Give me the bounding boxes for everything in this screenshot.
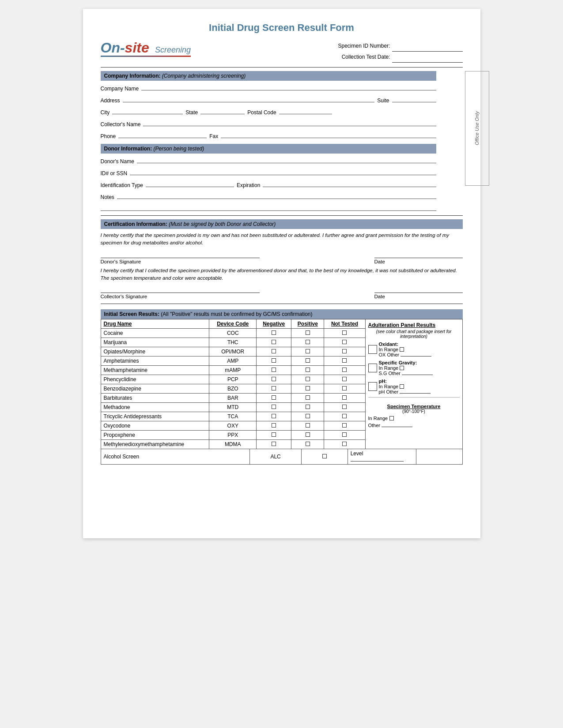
collection-date-field[interactable] [392,52,463,63]
sg-inrange-label: In Range [379,365,399,371]
neg-cb[interactable] [272,340,276,344]
notes-row: Notes [101,192,436,200]
collector-sig-row: Collector's Signature Date [101,293,463,299]
pos-cb[interactable] [306,414,310,418]
pos-cb[interactable] [306,358,310,363]
spec-temp-inrange-cb[interactable] [389,416,394,420]
nt-cb[interactable] [342,330,347,335]
neg-cb[interactable] [272,349,276,353]
nt-cb[interactable] [342,349,347,353]
drug-pos-cell [291,384,324,394]
neg-cb[interactable] [272,432,276,437]
nt-cb[interactable] [342,358,347,363]
pos-cb[interactable] [306,395,310,400]
nt-cb[interactable] [342,405,347,409]
nt-cb[interactable] [342,386,347,390]
cert-section: Certification Information: (Must be sign… [101,219,463,299]
nt-cb[interactable] [342,340,347,344]
pos-cb[interactable] [306,368,310,372]
nt-cb[interactable] [342,414,347,418]
donor-date-line[interactable] [374,258,463,258]
sg-inrange-cb[interactable] [400,366,404,370]
donor-sig-line[interactable] [101,258,260,258]
neg-cb[interactable] [272,405,276,409]
neg-cb[interactable] [272,414,276,418]
nt-cb[interactable] [342,377,347,381]
state-label: State [185,109,198,116]
fax-field[interactable] [221,131,436,138]
ph-inrange-cb[interactable] [400,384,404,389]
drug-pos-cell [291,347,324,356]
pos-cb[interactable] [306,340,310,344]
suite-field[interactable] [392,95,436,102]
id-ssn-field[interactable] [130,168,436,175]
collector-date-label: Date [374,294,463,299]
expiration-label: Expiration [237,182,260,188]
id-ssn-label: ID# or SSN [101,170,128,176]
neg-cb[interactable] [272,395,276,400]
drug-row: Marijuana THC [101,338,365,347]
specimen-info: Specimen ID Number: Collection Test Date… [338,41,462,63]
alcohol-level-label: Level [351,450,363,457]
drug-nt-cell [324,421,365,431]
neg-cb[interactable] [272,330,276,335]
adulteration-subtitle: (see color chart and package insert for … [368,329,460,339]
neg-cb[interactable] [272,423,276,428]
nt-cb[interactable] [342,442,347,446]
collector-name-row: Collector's Name [101,119,436,128]
specimen-id-field[interactable] [392,41,463,52]
state-field[interactable] [200,107,245,114]
nt-cb[interactable] [342,423,347,428]
alcohol-not-tested-cell [416,449,462,465]
drug-code-cell: BAR [209,394,257,403]
spec-temp-other-field[interactable] [382,427,412,427]
drug-row: Methamphetamine mAMP [101,366,365,375]
pos-cb[interactable] [306,432,310,437]
alcohol-neg-cb[interactable] [322,454,327,458]
col-negative: Negative [257,319,291,329]
city-field[interactable] [112,107,183,114]
drug-nt-cell [324,338,365,347]
postal-code-field[interactable] [279,107,332,114]
collector-sig-line[interactable] [101,293,260,293]
address-field[interactable] [123,95,375,102]
expiration-field[interactable] [263,180,436,187]
nt-cb[interactable] [342,368,347,372]
drug-code-cell: MTD [209,403,257,412]
ph-other-field[interactable] [400,393,431,394]
results-section: Initial Screen Results: (All "Positive" … [101,309,463,465]
collector-date-line[interactable] [374,293,463,293]
company-name-field[interactable] [141,83,436,90]
id-type-field[interactable] [146,180,234,187]
col-positive: Positive [291,319,324,329]
pos-cb[interactable] [306,442,310,446]
neg-cb[interactable] [272,442,276,446]
pos-cb[interactable] [306,405,310,409]
collector-sig-label: Collector's Signature [101,294,260,299]
donor-date-block: Date [374,258,463,264]
phone-field[interactable] [118,131,207,138]
neg-cb[interactable] [272,368,276,372]
sg-other-field[interactable] [402,375,433,375]
oxidant-other-field[interactable] [401,356,431,356]
nt-cb[interactable] [342,395,347,400]
donor-name-field[interactable] [137,156,436,163]
oxidant-inrange-cb[interactable] [400,347,404,352]
pos-cb[interactable] [306,386,310,390]
donor-cert-text: I hereby certify that the specimen provi… [101,232,463,247]
pos-cb[interactable] [306,330,310,335]
neg-cb[interactable] [272,386,276,390]
neg-cb[interactable] [272,377,276,381]
pos-cb[interactable] [306,377,310,381]
pos-cb[interactable] [306,349,310,353]
nt-cb[interactable] [342,432,347,437]
notes-field-2[interactable] [101,204,436,211]
drug-name-cell: Amphetamines [101,356,209,366]
pos-cb[interactable] [306,423,310,428]
drug-pos-cell [291,356,324,366]
collector-name-field[interactable] [143,119,436,126]
page-title: Initial Drug Screen Result Form [101,22,463,34]
notes-field[interactable] [117,192,436,199]
neg-cb[interactable] [272,358,276,363]
alcohol-level-field[interactable] [351,461,404,462]
